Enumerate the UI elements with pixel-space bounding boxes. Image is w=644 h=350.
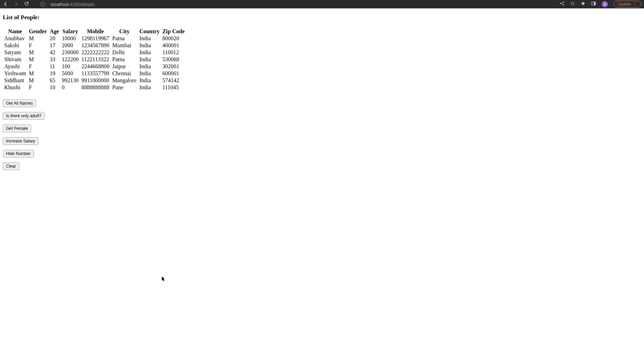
url-path: :4200/details — [69, 2, 95, 7]
cell-zip: 600001 — [161, 70, 186, 77]
get-all-names-button[interactable]: Get All Names — [3, 99, 36, 107]
page-content: List of People: Name Gender Age Salary M… — [0, 8, 644, 173]
svg-rect-4 — [594, 2, 595, 5]
cell-gender: M — [27, 77, 48, 84]
back-icon[interactable] — [3, 1, 8, 7]
col-mobile: Mobile — [80, 28, 111, 35]
forward-icon[interactable] — [13, 1, 19, 7]
clear-button[interactable]: Clear — [3, 162, 19, 170]
cell-name: Yeshwant — [3, 70, 27, 77]
cell-gender: F — [27, 63, 48, 70]
url-bar[interactable]: localhost:4200/details — [51, 2, 95, 7]
cell-name: Shivam — [3, 56, 27, 63]
only-adult-button[interactable]: Is there only adult? — [3, 112, 44, 120]
cell-name: Satyam — [3, 49, 27, 56]
cell-age: 65 — [48, 77, 61, 84]
cell-mobile: 8888888888 — [80, 84, 111, 91]
cell-name: Anubhav — [3, 35, 27, 42]
cell-gender: M — [27, 35, 48, 42]
cell-salary: 10000 — [61, 35, 80, 42]
cell-mobile: 1122113322 — [80, 56, 111, 63]
cell-gender: F — [27, 84, 48, 91]
table-row: ShivamM331222001122113322PatnaIndia53006… — [3, 56, 186, 63]
button-group: Get All Names Is there only adult? Get F… — [3, 99, 641, 170]
cell-salary: 230000 — [61, 49, 80, 56]
browser-toolbar: i localhost:4200/details A Update ⋮ — [0, 0, 644, 8]
cell-age: 33 — [48, 56, 61, 63]
table-row: SiddhantM659921309911000000MangaloreIndi… — [3, 77, 186, 84]
url-host: localhost — [51, 2, 69, 7]
nav-buttons — [3, 1, 29, 8]
cell-gender: M — [27, 56, 48, 63]
cell-age: 10 — [48, 84, 61, 91]
table-row: AnubhavM20100001298119967PatnaIndia80002… — [3, 35, 186, 42]
table-header-row: Name Gender Age Salary Mobile City Count… — [3, 28, 186, 35]
bookmark-star-icon[interactable] — [570, 1, 575, 7]
update-label: Update — [617, 2, 631, 7]
cell-zip: 111045 — [161, 84, 186, 91]
cell-zip: 110012 — [161, 49, 186, 56]
cell-gender: M — [27, 49, 48, 56]
svg-point-0 — [560, 3, 562, 4]
cell-salary: 5000 — [61, 70, 80, 77]
cell-salary: 992130 — [61, 77, 80, 84]
cell-zip: 530068 — [161, 56, 186, 63]
people-table: Name Gender Age Salary Mobile City Count… — [3, 28, 186, 91]
col-salary: Salary — [61, 28, 80, 35]
cell-mobile: 2244668800 — [80, 63, 111, 70]
cell-age: 19 — [48, 70, 61, 77]
cell-mobile: 2222222222 — [80, 49, 111, 56]
table-row: AyushiF111002244668800JaipurIndia302001 — [3, 63, 186, 70]
cell-city: Mangalore — [111, 77, 138, 84]
profile-avatar[interactable]: A — [602, 1, 608, 7]
col-name: Name — [3, 28, 27, 35]
cell-salary: 122200 — [61, 56, 80, 63]
share-icon[interactable] — [560, 1, 565, 7]
side-panel-icon[interactable] — [591, 1, 596, 7]
cell-city: Delhi — [111, 49, 138, 56]
col-country: Country — [138, 28, 161, 35]
reload-icon[interactable] — [24, 1, 29, 8]
table-row: SatyamM422300002222222222DelhiIndia11001… — [3, 49, 186, 56]
cell-gender: F — [27, 42, 48, 49]
cell-country: India — [138, 42, 161, 49]
cell-zip: 302001 — [161, 63, 186, 70]
hide-number-button[interactable]: Hide Number — [3, 150, 34, 158]
update-button[interactable]: Update ⋮ — [614, 1, 641, 8]
cell-salary: 100 — [61, 63, 80, 70]
cell-name: Siddhant — [3, 77, 27, 84]
cell-city: Patna — [111, 56, 138, 63]
browser-right-icons: A Update ⋮ — [560, 1, 641, 8]
cell-age: 11 — [48, 63, 61, 70]
cell-age: 42 — [48, 49, 61, 56]
cell-country: India — [138, 63, 161, 70]
cell-city: Chennai — [111, 70, 138, 77]
cell-mobile: 1298119967 — [80, 35, 111, 42]
cell-zip: 574142 — [161, 77, 186, 84]
get-female-button[interactable]: Get Female — [3, 125, 31, 132]
cell-city: Mumbai — [111, 42, 138, 49]
cell-city: Jaipur — [111, 63, 138, 70]
cell-salary: 2000 — [61, 42, 80, 49]
svg-point-1 — [563, 2, 564, 3]
extensions-icon[interactable] — [581, 1, 586, 7]
cell-country: India — [138, 70, 161, 77]
cell-gender: M — [27, 70, 48, 77]
cell-zip: 800020 — [161, 35, 186, 42]
cell-country: India — [138, 56, 161, 63]
cell-age: 17 — [48, 42, 61, 49]
table-row: SakshiF1720001234567890MumbaiIndia400001 — [3, 42, 186, 49]
svg-point-2 — [563, 4, 564, 6]
col-gender: Gender — [27, 28, 48, 35]
cell-country: India — [138, 35, 161, 42]
cell-name: Sakshi — [3, 42, 27, 49]
col-zip: Zip Code — [161, 28, 186, 35]
menu-kebab-icon: ⋮ — [633, 2, 637, 7]
increase-salary-button[interactable]: Increase Salary — [3, 137, 38, 145]
cell-mobile: 9911000000 — [80, 77, 111, 84]
site-info-icon[interactable]: i — [40, 2, 45, 7]
cell-city: Pune — [111, 84, 138, 91]
table-row: KhushiF1008888888888PuneIndia111045 — [3, 84, 186, 91]
cell-name: Ayushi — [3, 63, 27, 70]
cell-country: India — [138, 49, 161, 56]
